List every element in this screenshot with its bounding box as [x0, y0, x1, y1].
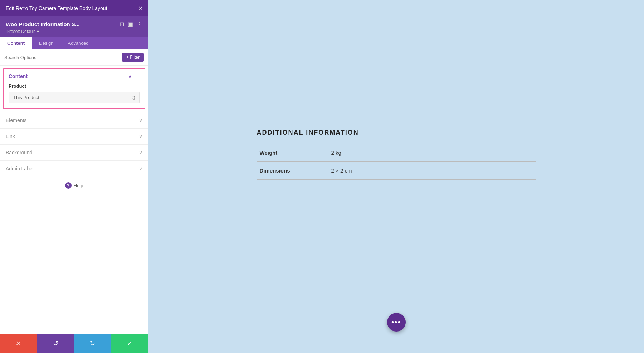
admin-label-chevron-icon: ∨ [139, 166, 142, 171]
section-body-content: Product This Product Other Product ⇕ [4, 83, 145, 108]
table-row: Weight 2 kg [257, 144, 536, 162]
content-section: Content ∧ ⋮ Product This Product Other P… [3, 68, 145, 109]
fab-dots-icon: ••• [391, 318, 401, 327]
admin-label-section[interactable]: Admin Label ∨ [0, 160, 148, 176]
redo-button[interactable]: ↻ [74, 334, 111, 353]
bottom-bar: ✕ ↺ ↻ ✓ [0, 334, 148, 353]
link-chevron-icon: ∨ [139, 134, 142, 139]
search-input[interactable] [4, 55, 119, 60]
search-bar: + Filter [0, 49, 148, 66]
close-button[interactable]: × [138, 5, 142, 11]
elements-section[interactable]: Elements ∨ [0, 112, 148, 128]
background-label: Background [6, 150, 33, 155]
elements-chevron-icon: ∨ [139, 117, 142, 123]
filter-button[interactable]: + Filter [122, 53, 144, 62]
section-more-icon[interactable]: ⋮ [135, 73, 140, 79]
info-table: Weight 2 kg Dimensions 2 × 2 cm [257, 144, 536, 180]
title-bar-text: Edit Retro Toy Camera Template Body Layo… [6, 5, 107, 11]
tab-design[interactable]: Design [32, 37, 60, 49]
elements-label: Elements [6, 117, 26, 123]
link-section[interactable]: Link ∨ [0, 128, 148, 144]
cancel-button[interactable]: ✕ [0, 334, 37, 353]
product-select[interactable]: This Product Other Product [9, 92, 140, 103]
table-cell-value-dimensions: 2 × 2 cm [328, 162, 536, 180]
module-header: Woo Product Information S... ⊡ ▣ ⋮ Prese… [0, 16, 148, 37]
responsive-icon[interactable]: ⊡ [119, 21, 124, 28]
admin-label-label: Admin Label [6, 166, 34, 171]
section-header-content: Content ∧ ⋮ [4, 69, 145, 83]
table-row: Dimensions 2 × 2 cm [257, 162, 536, 180]
undo-button[interactable]: ↺ [37, 334, 74, 353]
table-cell-value-weight: 2 kg [328, 144, 536, 162]
layout-icon[interactable]: ▣ [128, 21, 133, 28]
section-title-content: Content [9, 73, 28, 79]
tab-advanced[interactable]: Advanced [61, 37, 96, 49]
table-cell-key-weight: Weight [257, 144, 328, 162]
preset-label[interactable]: Preset: Default ▾ [6, 29, 142, 34]
section-header-icons: ∧ ⋮ [128, 73, 140, 79]
info-table-container: ADDITIONAL INFORMATION Weight 2 kg Dimen… [257, 129, 536, 180]
module-title: Woo Product Information S... [6, 21, 79, 27]
tabs-row: Content Design Advanced [0, 37, 148, 49]
background-section[interactable]: Background ∨ [0, 144, 148, 160]
link-label: Link [6, 134, 15, 139]
product-select-wrapper: This Product Other Product ⇕ [9, 92, 140, 103]
background-chevron-icon: ∨ [139, 150, 142, 155]
panel-body: Content ∧ ⋮ Product This Product Other P… [0, 66, 148, 334]
save-button[interactable]: ✓ [111, 334, 148, 353]
help-section: ? Help [0, 176, 148, 194]
product-field-label: Product [9, 83, 140, 89]
tab-content[interactable]: Content [0, 37, 32, 49]
canvas-area: ADDITIONAL INFORMATION Weight 2 kg Dimen… [148, 0, 644, 353]
more-options-icon[interactable]: ⋮ [137, 21, 142, 28]
info-table-title: ADDITIONAL INFORMATION [257, 129, 536, 136]
title-bar: Edit Retro Toy Camera Template Body Layo… [0, 0, 148, 16]
help-icon: ? [65, 182, 72, 189]
help-label[interactable]: Help [74, 183, 83, 188]
table-cell-key-dimensions: Dimensions [257, 162, 328, 180]
section-collapse-icon[interactable]: ∧ [128, 73, 132, 79]
left-panel: Edit Retro Toy Camera Template Body Layo… [0, 0, 148, 353]
module-icons: ⊡ ▣ ⋮ [119, 21, 142, 28]
floating-action-button[interactable]: ••• [387, 313, 406, 332]
